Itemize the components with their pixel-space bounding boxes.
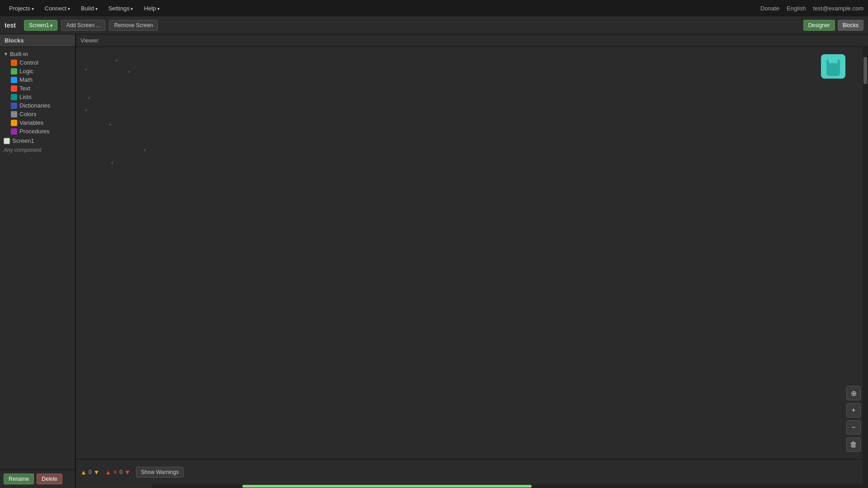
warnings-count: 0	[89, 469, 92, 475]
scrollbar-thumb[interactable]	[863, 57, 867, 84]
error-down-icon: ▼	[124, 469, 131, 476]
viewer-header: Viewer	[76, 34, 868, 47]
nav-left: Projects Connect Build Settings Help	[5, 3, 164, 14]
errors-indicator: ▲ ✕ 0 ▼	[105, 469, 130, 476]
dot-5	[109, 124, 111, 126]
app-title: test	[5, 22, 16, 29]
built-in-arrow: ▼	[4, 52, 8, 56]
delete-button[interactable]: Delete	[37, 474, 62, 484]
status-bar: ▲ 0 ▼ ▲ ✕ 0 ▼ Show Warnings	[76, 459, 863, 484]
procedures-icon	[11, 128, 17, 135]
procedures-label: Procedures	[19, 128, 49, 135]
dot-8	[111, 162, 113, 164]
blocks-panel: Blocks ▼ Built-in Control Logic	[0, 34, 76, 488]
nav-settings[interactable]: Settings	[104, 3, 138, 14]
add-screen-button[interactable]: Add Screen ...	[61, 20, 105, 31]
center-icon-btn[interactable]: ⊕	[846, 386, 861, 400]
designer-button[interactable]: Designer	[803, 20, 835, 31]
dot-3	[128, 71, 130, 73]
built-in-section: ▼ Built-in Control Logic Math	[0, 49, 75, 136]
app-icon	[821, 54, 845, 79]
viewer-body[interactable]: ⊕ + − 🗑 ▲ 0 ▼ ▲	[76, 47, 868, 488]
dot-6	[85, 109, 87, 111]
block-variables[interactable]: Variables	[7, 118, 75, 127]
block-colors[interactable]: Colors	[7, 110, 75, 118]
math-icon	[11, 77, 17, 83]
viewer-panel: Viewer ⊕	[76, 34, 868, 488]
built-in-children: Control Logic Math Text	[0, 58, 75, 136]
dot-1	[116, 60, 118, 61]
nav-build[interactable]: Build	[76, 3, 102, 14]
nav-help[interactable]: Help	[139, 3, 164, 14]
error-up-icon: ▲	[105, 469, 111, 476]
right-scrollbar[interactable]	[863, 47, 868, 488]
show-warnings-button[interactable]: Show Warnings	[136, 467, 184, 478]
lists-icon	[11, 94, 17, 100]
toolbar-right: Designer Blocks	[803, 20, 863, 31]
colors-label: Colors	[19, 111, 37, 117]
block-control[interactable]: Control	[7, 58, 75, 67]
errors-count: 0	[119, 469, 123, 475]
control-icon	[11, 60, 17, 66]
viewer-icons: ⊕ + − 🗑	[846, 386, 861, 452]
block-text[interactable]: Text	[7, 84, 75, 93]
blocks-panel-header: Blocks	[0, 34, 75, 47]
logic-label: Logic	[19, 68, 33, 75]
rename-button[interactable]: Rename	[4, 474, 34, 484]
account-menu[interactable]: test@example.com	[813, 5, 863, 12]
language-selector[interactable]: English	[787, 5, 806, 12]
dictionaries-icon	[11, 103, 17, 109]
trash-btn[interactable]: 🗑	[846, 437, 861, 452]
hscroll-thumb[interactable]	[242, 485, 532, 488]
donate-link[interactable]: Donate	[760, 5, 779, 12]
top-nav: Projects Connect Build Settings Help Don…	[0, 0, 868, 16]
built-in-label: Built-in	[10, 51, 28, 57]
blocks-button[interactable]: Blocks	[838, 20, 863, 31]
trash-icon: 🗑	[850, 441, 857, 449]
block-math[interactable]: Math	[7, 75, 75, 84]
any-component-label: Any component	[0, 145, 75, 155]
variables-icon	[11, 120, 17, 126]
blocks-tree: ▼ Built-in Control Logic Math	[0, 47, 75, 469]
colors-icon	[11, 111, 17, 117]
zoom-in-btn[interactable]: +	[846, 403, 861, 418]
block-procedures[interactable]: Procedures	[7, 127, 75, 136]
dot-4	[88, 97, 90, 99]
variables-label: Variables	[19, 119, 43, 126]
screen1-button[interactable]: Screen1	[24, 20, 57, 31]
lists-label: Lists	[19, 94, 32, 100]
center-icon: ⊕	[851, 389, 857, 398]
screen1-item[interactable]: Screen1	[0, 136, 75, 145]
zoom-out-icon: −	[851, 423, 855, 432]
nav-right: Donate English test@example.com	[760, 5, 863, 12]
dot-2	[85, 69, 87, 70]
zoom-in-icon: +	[851, 406, 855, 414]
error-x-icon: ✕	[113, 469, 118, 475]
built-in-parent[interactable]: ▼ Built-in	[0, 50, 75, 58]
dot-7	[144, 149, 146, 151]
zoom-out-btn[interactable]: −	[846, 420, 861, 435]
block-lists[interactable]: Lists	[7, 93, 75, 101]
main-layout: Blocks ▼ Built-in Control Logic	[0, 34, 868, 488]
panel-bottom-buttons: Rename Delete	[0, 469, 75, 488]
bottom-scrollbar[interactable]	[152, 484, 868, 488]
logic-icon	[11, 68, 17, 75]
nav-connect[interactable]: Connect	[40, 3, 75, 14]
toolbar: test Screen1 Add Screen ... Remove Scree…	[0, 16, 868, 34]
screen1-label: Screen1	[12, 137, 34, 144]
screen1-icon	[4, 138, 10, 144]
control-label: Control	[19, 59, 38, 66]
text-icon	[11, 85, 17, 92]
math-label: Math	[19, 76, 33, 83]
dictionaries-label: Dictionaries	[19, 102, 50, 109]
warning-up-icon: ▲	[80, 469, 87, 476]
nav-projects[interactable]: Projects	[5, 3, 38, 14]
block-logic[interactable]: Logic	[7, 67, 75, 75]
backpack-icon	[821, 54, 845, 79]
text-label: Text	[19, 85, 30, 92]
block-dictionaries[interactable]: Dictionaries	[7, 101, 75, 110]
warning-down-icon: ▼	[94, 469, 100, 476]
warnings-indicator: ▲ 0 ▼	[80, 469, 99, 476]
remove-screen-button[interactable]: Remove Screen	[109, 20, 158, 31]
